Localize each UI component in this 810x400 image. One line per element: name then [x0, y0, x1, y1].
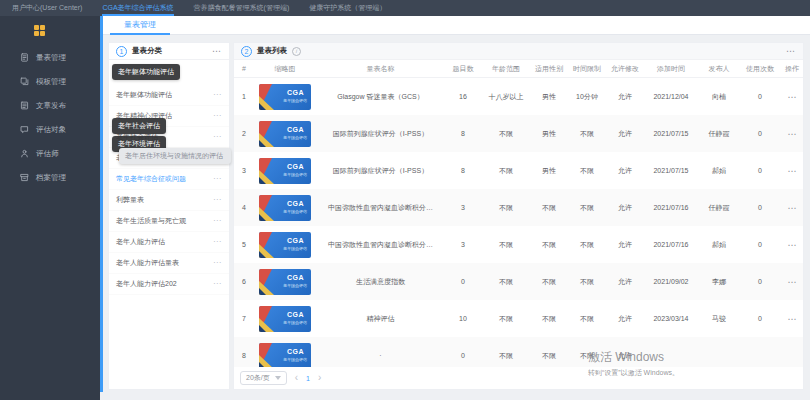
category-item-9[interactable]: 老年人能力评估202⋯ — [109, 274, 229, 295]
row-menu-icon[interactable]: ⋯ — [213, 175, 222, 183]
cell-allow-modify: 允许 — [607, 351, 643, 361]
cell-question-count: 10 — [445, 315, 481, 322]
chat-icon — [20, 125, 29, 136]
cell-allow-modify: 允许 — [607, 203, 643, 213]
cell-index: 4 — [234, 204, 254, 211]
main-area: 量表管理 1 量表分类 ⋯ 老年躯体功能评估⋯老年精神心理评估⋯老年社会评估⋯老… — [100, 16, 810, 400]
pagination: 20条/页 ‹ 1 › — [234, 367, 803, 389]
table-header-row: #缩略图量表名称题目数年龄范围适用性别时间限制允许修改添加时间发布人使用次数操作 — [234, 60, 803, 78]
sidebar-item-label: 模板管理 — [36, 77, 66, 87]
table-row-5: 5CGA老年综合评估中国弥散性血管内凝血诊断积分…3不限不限不限允许2021/0… — [234, 226, 803, 263]
scale-list-title: 量表列表 — [257, 46, 287, 56]
row-menu-icon[interactable]: ⋯ — [213, 196, 222, 204]
next-page-button[interactable]: › — [318, 373, 321, 383]
row-menu-icon[interactable]: ⋯ — [213, 91, 222, 99]
sidebar-item-label: 量表管理 — [36, 53, 66, 63]
column-header: 操作 — [781, 64, 803, 74]
page-size-select[interactable]: 20条/页 — [240, 371, 287, 385]
cell-add-date: 2021/07/15 — [643, 130, 699, 137]
cell-time-limit: 10分钟 — [567, 92, 607, 102]
cell-gender: 男性 — [531, 92, 567, 102]
drawer-accent-bar — [100, 16, 103, 392]
column-header: # — [234, 65, 254, 72]
thumb-cga-text: CGA — [287, 274, 304, 281]
scale-thumbnail: CGA老年综合评估 — [259, 306, 311, 332]
thumb-sub-text: 老年综合评估 — [283, 320, 307, 325]
category-item-0[interactable]: 老年躯体功能评估⋯ — [109, 85, 229, 106]
template-icon — [20, 77, 29, 88]
article-icon — [20, 101, 29, 112]
panel-menu-icon[interactable]: ⋯ — [786, 47, 796, 56]
cell-thumbnail: CGA老年综合评估 — [254, 121, 316, 147]
current-page-button[interactable]: 1 — [306, 375, 310, 382]
topbar-tab-2[interactable]: 营养膳食配餐管理系统(管理端) — [194, 0, 290, 16]
cell-allow-modify: 允许 — [607, 314, 643, 324]
thumb-navy-shape — [259, 288, 266, 295]
cell-allow-modify: 允许 — [607, 166, 643, 176]
cell-scale-name: 中国弥散性血管内凝血诊断积分… — [316, 240, 445, 250]
category-item-5[interactable]: 利弊量表⋯ — [109, 190, 229, 211]
thumb-sub-text: 老年综合评估 — [283, 283, 307, 288]
scale-thumbnail: CGA老年综合评估 — [259, 121, 311, 147]
cell-add-date: 2021/09/02 — [643, 278, 699, 285]
cell-age-range: 不限 — [481, 351, 531, 361]
row-menu-icon[interactable]: ⋯ — [213, 280, 222, 288]
sidebar-item-1[interactable]: 模板管理 — [0, 70, 100, 94]
scale-thumbnail: CGA老年综合评估 — [259, 195, 311, 221]
thumb-sub-text: 老年综合评估 — [283, 172, 307, 177]
scale-thumbnail: CGA老年综合评估 — [259, 158, 311, 184]
cell-time-limit: 不限 — [567, 314, 607, 324]
thumb-sub-text: 老年综合评估 — [283, 98, 307, 103]
cell-question-count: 3 — [445, 241, 481, 248]
row-actions-icon[interactable]: ⋯ — [781, 314, 803, 324]
cell-question-count: 0 — [445, 352, 481, 359]
sidebar-item-label: 评估师 — [36, 149, 59, 159]
thumb-navy-shape — [259, 103, 266, 110]
cell-gender: 男性 — [531, 166, 567, 176]
category-panel-title: 量表分类 — [132, 46, 162, 56]
prev-page-button[interactable]: ‹ — [295, 373, 298, 383]
category-item-8[interactable]: 老年人能力评估量表⋯ — [109, 253, 229, 274]
sidebar-item-0[interactable]: 量表管理 — [0, 46, 100, 70]
row-menu-icon[interactable]: ⋯ — [213, 217, 222, 225]
scale-thumbnail: CGA老年综合评估 — [259, 343, 311, 368]
tab-scale-management[interactable]: 量表管理 — [110, 16, 170, 35]
panel-menu-icon[interactable]: ⋯ — [212, 47, 222, 56]
sidebar-item-4[interactable]: 评估师 — [0, 142, 100, 166]
cell-question-count: 16 — [445, 93, 481, 100]
cell-time-limit: 不限 — [567, 166, 607, 176]
topbar-tab-1[interactable]: CGA老年综合评估系统 — [102, 0, 173, 16]
row-actions-icon[interactable]: ⋯ — [781, 277, 803, 287]
thumb-navy-shape — [259, 325, 266, 332]
row-actions-icon[interactable]: ⋯ — [781, 203, 803, 213]
topbar-tab-0[interactable]: 用户中心(User Center) — [12, 0, 82, 16]
row-menu-icon[interactable]: ⋯ — [213, 238, 222, 246]
sidebar-item-5[interactable]: 档案管理 — [0, 166, 100, 190]
column-header: 允许修改 — [607, 64, 643, 74]
cell-allow-modify: 允许 — [607, 277, 643, 287]
sidebar-item-3[interactable]: 评估对象 — [0, 118, 100, 142]
category-item-7[interactable]: 老年人能力评估⋯ — [109, 232, 229, 253]
row-actions-icon[interactable]: ⋯ — [781, 92, 803, 102]
cell-age-range: 不限 — [481, 314, 531, 324]
row-menu-icon[interactable]: ⋯ — [213, 259, 222, 267]
thumb-sub-text: 老年综合评估 — [283, 357, 307, 362]
topbar-tab-3[interactable]: 健康守护系统（管理端） — [309, 0, 386, 16]
apps-grid-icon[interactable] — [34, 25, 45, 36]
row-actions-icon[interactable]: ⋯ — [781, 129, 803, 139]
row-menu-icon[interactable]: ⋯ — [213, 112, 222, 120]
column-header: 使用次数 — [739, 64, 781, 74]
column-header: 年龄范围 — [481, 64, 531, 74]
panel-number-badge: 1 — [116, 46, 127, 57]
row-menu-icon[interactable]: ⋯ — [213, 133, 222, 141]
category-item-4[interactable]: 常见老年综合征或问题⋯ — [109, 169, 229, 190]
row-actions-icon[interactable]: ⋯ — [781, 240, 803, 250]
thumb-sub-text: 老年综合评估 — [283, 209, 307, 214]
sidebar-item-2[interactable]: 文章发布 — [0, 94, 100, 118]
cell-index: 7 — [234, 315, 254, 322]
category-item-6[interactable]: 老年生活质量与死亡观⋯ — [109, 211, 229, 232]
cell-time-limit: 不限 — [567, 351, 607, 361]
cell-thumbnail: CGA老年综合评估 — [254, 306, 316, 332]
row-actions-icon[interactable]: ⋯ — [781, 166, 803, 176]
info-icon[interactable]: i — [292, 47, 301, 56]
